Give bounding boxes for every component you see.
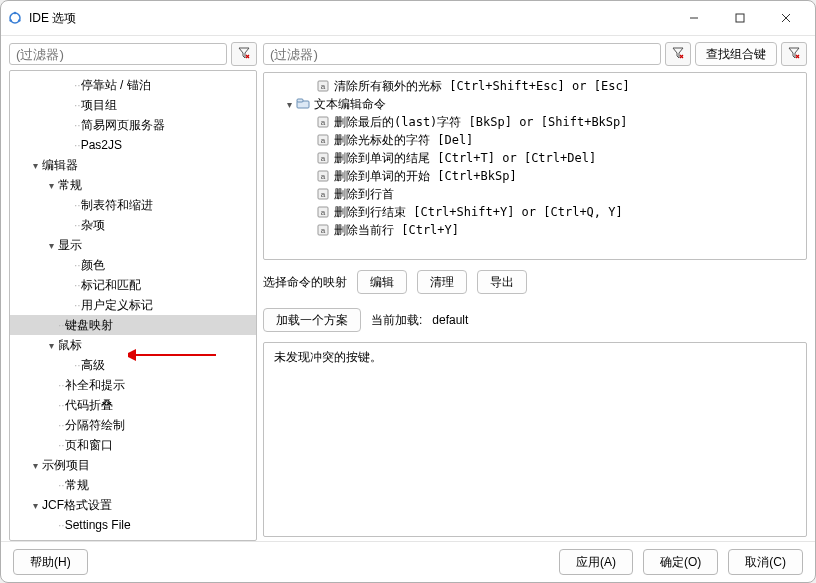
maximize-button[interactable]	[717, 2, 763, 34]
conflict-panel: 未发现冲突的按键。	[263, 342, 807, 537]
tree-item[interactable]: ·· Settings File	[10, 515, 256, 535]
chevron-icon: ▾	[28, 160, 42, 171]
command-item[interactable]: ▾文本编辑命令	[264, 95, 806, 113]
current-scheme-value: default	[432, 313, 468, 327]
edit-button[interactable]: 编辑	[357, 270, 407, 294]
tree-item-label: Pas2JS	[81, 138, 122, 152]
dialog-footer: 帮助(H) 应用(A) 确定(O) 取消(C)	[1, 541, 815, 582]
tree-item[interactable]: ·· 键盘映射	[10, 315, 256, 335]
right-filter-input[interactable]	[263, 43, 661, 65]
tree-item[interactable]: ▾显示	[10, 235, 256, 255]
tree-item[interactable]: ·· 项目组	[10, 95, 256, 115]
combo-clear-button[interactable]	[781, 42, 807, 66]
command-label: 文本编辑命令	[314, 96, 386, 113]
mapping-section-label: 选择命令的映射	[263, 274, 347, 291]
chevron-icon: ▾	[44, 340, 58, 351]
left-filter-clear-button[interactable]	[231, 42, 257, 66]
action-icon: a	[316, 188, 330, 200]
conflict-text: 未发现冲突的按键。	[274, 350, 382, 364]
tree-item[interactable]: ▾鼠标	[10, 335, 256, 355]
find-combo-button[interactable]: 查找组合键	[695, 42, 777, 66]
svg-text:a: a	[321, 136, 326, 145]
tree-item-label: JCF格式设置	[42, 497, 112, 514]
load-scheme-button[interactable]: 加载一个方案	[263, 308, 361, 332]
tree-item[interactable]: ·· 制表符和缩进	[10, 195, 256, 215]
close-button[interactable]	[763, 2, 809, 34]
command-item[interactable]: a删除到行首	[264, 185, 806, 203]
tree-item[interactable]: ·· 页和窗口	[10, 435, 256, 455]
svg-text:a: a	[321, 118, 326, 127]
tree-item[interactable]: ·· 停靠站 / 锚泊	[10, 75, 256, 95]
tree-item[interactable]: ·· 杂项	[10, 215, 256, 235]
action-icon: a	[316, 152, 330, 164]
command-label: 删除到单词的结尾 [Ctrl+T] or [Ctrl+Del]	[334, 150, 596, 167]
export-button[interactable]: 导出	[477, 270, 527, 294]
tree-item-label: 分隔符绘制	[65, 417, 125, 434]
clear-button[interactable]: 清理	[417, 270, 467, 294]
tree-item[interactable]: ·· 颜色	[10, 255, 256, 275]
command-item[interactable]: a删除到单词的结尾 [Ctrl+T] or [Ctrl+Del]	[264, 149, 806, 167]
tree-item[interactable]: ▾示例项目	[10, 455, 256, 475]
command-item[interactable]: a删除到行结束 [Ctrl+Shift+Y] or [Ctrl+Q, Y]	[264, 203, 806, 221]
chevron-icon: ▾	[28, 460, 42, 471]
tree-item-label: 页和窗口	[65, 437, 113, 454]
tree-item[interactable]: ·· Pas2JS	[10, 135, 256, 155]
tree-item[interactable]: ▾编辑器	[10, 155, 256, 175]
ok-button[interactable]: 确定(O)	[643, 549, 718, 575]
tree-item-label: 显示	[58, 237, 82, 254]
tree-item[interactable]: ·· 标记和匹配	[10, 275, 256, 295]
funnel-icon	[788, 47, 800, 62]
funnel-icon	[238, 47, 250, 62]
title-bar: IDE 选项	[1, 1, 815, 36]
tree-item[interactable]: ▾JCF格式设置	[10, 495, 256, 515]
tree-item-label: 常规	[58, 177, 82, 194]
command-item[interactable]: a删除到单词的开始 [Ctrl+BkSp]	[264, 167, 806, 185]
tree-item[interactable]: ·· 常规	[10, 475, 256, 495]
category-tree[interactable]: ·· 停靠站 / 锚泊·· 项目组·· 简易网页服务器·· Pas2JS▾编辑器…	[9, 70, 257, 541]
command-tree[interactable]: a清除所有额外的光标 [Ctrl+Shift+Esc] or [Esc]▾文本编…	[263, 72, 807, 260]
command-item[interactable]: a删除最后的(last)字符 [BkSp] or [Shift+BkSp]	[264, 113, 806, 131]
command-item[interactable]: a删除光标处的字符 [Del]	[264, 131, 806, 149]
command-label: 删除到单词的开始 [Ctrl+BkSp]	[334, 168, 517, 185]
command-label: 删除到行结束 [Ctrl+Shift+Y] or [Ctrl+Q, Y]	[334, 204, 623, 221]
svg-text:a: a	[321, 172, 326, 181]
chevron-icon: ▾	[282, 99, 296, 110]
svg-point-1	[14, 12, 17, 15]
chevron-icon: ▾	[44, 240, 58, 251]
action-icon: a	[316, 170, 330, 182]
action-icon: a	[316, 134, 330, 146]
right-filter-clear-button[interactable]	[665, 42, 691, 66]
minimize-button[interactable]	[671, 2, 717, 34]
tree-item[interactable]: ·· 简易网页服务器	[10, 115, 256, 135]
tree-item-label: Settings File	[65, 518, 131, 532]
action-icon: a	[316, 224, 330, 236]
tree-item-label: 编辑器	[42, 157, 78, 174]
current-scheme-label: 当前加载:	[371, 312, 422, 329]
command-item[interactable]: a清除所有额外的光标 [Ctrl+Shift+Esc] or [Esc]	[264, 77, 806, 95]
tree-item[interactable]: ·· 代码折叠	[10, 395, 256, 415]
chevron-icon: ▾	[44, 180, 58, 191]
tree-item[interactable]: ▾常规	[10, 175, 256, 195]
tree-item[interactable]: ·· 分隔符绘制	[10, 415, 256, 435]
left-filter-input[interactable]	[9, 43, 227, 65]
chevron-icon: ▾	[28, 500, 42, 511]
svg-rect-22	[297, 99, 303, 102]
tree-item-label: 标记和匹配	[81, 277, 141, 294]
help-button[interactable]: 帮助(H)	[13, 549, 88, 575]
tree-item[interactable]: ·· 补全和提示	[10, 375, 256, 395]
tree-item[interactable]: ·· 高级	[10, 355, 256, 375]
tree-item-label: 鼠标	[58, 337, 82, 354]
tree-item-label: 制表符和缩进	[81, 197, 153, 214]
svg-rect-5	[736, 14, 744, 22]
cancel-button[interactable]: 取消(C)	[728, 549, 803, 575]
command-label: 删除光标处的字符 [Del]	[334, 132, 473, 149]
tree-item[interactable]: ·· 用户定义标记	[10, 295, 256, 315]
command-item[interactable]: a删除当前行 [Ctrl+Y]	[264, 221, 806, 239]
apply-button[interactable]: 应用(A)	[559, 549, 633, 575]
tree-item-label: 代码折叠	[65, 397, 113, 414]
tree-item-label: 常规	[65, 477, 89, 494]
command-label: 清除所有额外的光标 [Ctrl+Shift+Esc] or [Esc]	[334, 78, 630, 95]
command-label: 删除到行首	[334, 186, 394, 203]
tree-item-label: 补全和提示	[65, 377, 125, 394]
funnel-icon	[672, 47, 684, 62]
